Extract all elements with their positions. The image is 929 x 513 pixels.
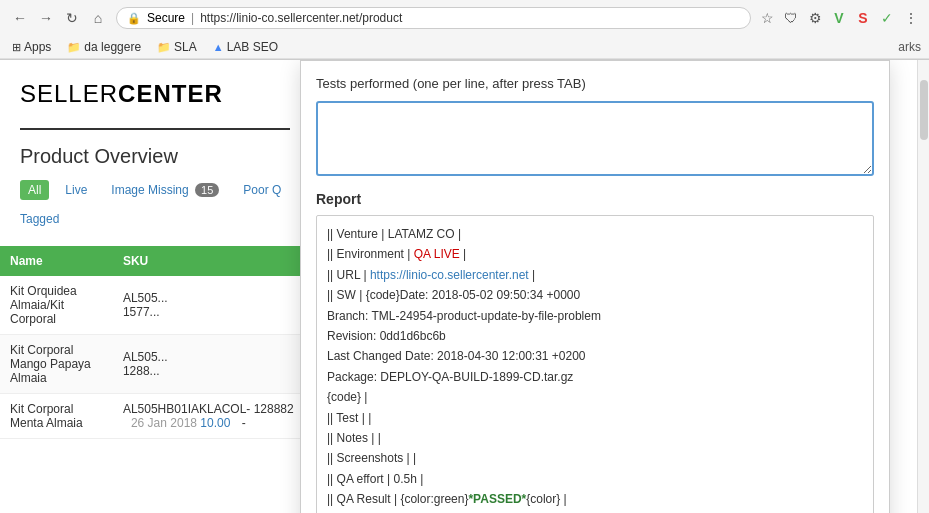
page-title: Product Overview (20, 145, 290, 168)
report-line-9: || Test | | (327, 408, 863, 428)
filter-poor-q[interactable]: Poor Q (235, 180, 289, 200)
apps-grid-icon: ⊞ (12, 41, 21, 54)
report-line-10: || Notes | | (327, 428, 863, 448)
env-value: QA LIVE (414, 247, 460, 261)
report-line-11: || Screenshots | | (327, 448, 863, 468)
product-sku-3: AL505HB01IAKLACOL- 128882 26 Jan 2018 10… (113, 394, 310, 439)
star-icon[interactable]: ☆ (757, 8, 777, 28)
menu-icon[interactable]: ⋮ (901, 8, 921, 28)
nav-buttons: ← → ↻ ⌂ (8, 6, 110, 30)
report-line-13: || QA Result | {color:green}*PASSED*{col… (327, 489, 863, 509)
browser-toolbar: ← → ↻ ⌂ 🔒 Secure | https://linio-co.sell… (0, 0, 929, 36)
dash-text: - (242, 416, 246, 430)
check-icon[interactable]: ✓ (877, 8, 897, 28)
table-row: Kit Orquidea Almaia/Kit Corporal AL505..… (0, 276, 310, 335)
drive-icon: ▲ (213, 41, 224, 53)
bookmark-lab-seo-label: LAB SEO (227, 40, 278, 54)
refresh-button[interactable]: ↻ (60, 6, 84, 30)
page-content: SELLERCENTER Product Overview All Live I… (0, 60, 929, 513)
product-name-3: Kit Corporal Menta Almaia (0, 394, 113, 439)
product-name-2: Kit Corporal Mango Papaya Almaia (0, 335, 113, 394)
seller-ui: SELLERCENTER Product Overview All Live I… (0, 60, 310, 513)
secure-label: Secure (147, 11, 185, 25)
filter-live[interactable]: Live (57, 180, 95, 200)
product-table: Name SKU Kit Orquidea Almaia/Kit Corpora… (0, 246, 310, 439)
url-value: https://linio-co.sellercenter.net (370, 268, 529, 282)
bookmarks-overflow[interactable]: arks (898, 40, 921, 54)
table-header-row: Name SKU (0, 246, 310, 276)
table-row: Kit Corporal Mango Papaya Almaia AL505..… (0, 335, 310, 394)
filter-image-missing-label: Image Missing (111, 183, 188, 197)
scrollbar[interactable] (917, 60, 929, 513)
forward-button[interactable]: → (34, 6, 58, 30)
bookmark-sla-label: SLA (174, 40, 197, 54)
modal-overlay: Tests performed (one per line, after pre… (300, 60, 890, 513)
bookmark-apps-label: Apps (24, 40, 51, 54)
report-line-4: Branch: TML-24954-product-update-by-file… (327, 306, 863, 326)
shield-icon[interactable]: 🛡 (781, 8, 801, 28)
tests-textarea[interactable] (316, 101, 874, 176)
address-bar[interactable]: 🔒 Secure | https://linio-co.sellercenter… (116, 7, 751, 29)
bookmark-da-leggere-label: da leggere (84, 40, 141, 54)
logo-divider (20, 128, 290, 130)
filter-image-missing-badge: 15 (195, 183, 219, 197)
modal-tests-label: Tests performed (one per line, after pre… (316, 76, 874, 91)
report-line-2: || URL | https://linio-co.sellercenter.n… (327, 265, 863, 285)
extensions-icon[interactable]: ⚙ (805, 8, 825, 28)
bookmarks-bar: ⊞ Apps 📁 da leggere 📁 SLA ▲ LAB SEO arks (0, 36, 929, 59)
back-button[interactable]: ← (8, 6, 32, 30)
bookmark-sla[interactable]: 📁 SLA (153, 38, 201, 56)
price-link[interactable]: 10.00 (200, 416, 230, 430)
report-line-1: || Environment | QA LIVE | (327, 244, 863, 264)
home-button[interactable]: ⌂ (86, 6, 110, 30)
report-content: || Venture | LATAMZ CO | || Environment … (316, 215, 874, 513)
col-name: Name (0, 246, 113, 276)
qa-result-value: *PASSED* (468, 492, 526, 506)
toolbar-right: ☆ 🛡 ⚙ V S ✓ ⋮ (757, 8, 921, 28)
filter-tabs: All Live Image Missing 15 Poor Q (20, 180, 290, 200)
folder-icon-1: 📁 (67, 41, 81, 54)
bookmark-lab-seo[interactable]: ▲ LAB SEO (209, 38, 282, 56)
report-line-7: Package: DEPLOY-QA-BUILD-1899-CD.tar.gz (327, 367, 863, 387)
product-sku-2: AL505...1288... (113, 335, 310, 394)
logo-bold: CENTER (118, 80, 223, 107)
filter-image-missing[interactable]: Image Missing 15 (103, 180, 227, 200)
filter-all[interactable]: All (20, 180, 49, 200)
report-line-3: || SW | {code}Date: 2018-05-02 09:50:34 … (327, 285, 863, 305)
folder-icon-2: 📁 (157, 41, 171, 54)
report-line-6: Last Changed Date: 2018-04-30 12:00:31 +… (327, 346, 863, 366)
url-text: https://linio-co.sellercenter.net/produc… (200, 11, 402, 25)
secure-icon: 🔒 (127, 12, 141, 25)
col-sku: SKU (113, 246, 310, 276)
date-text: 26 Jan 2018 (131, 416, 197, 430)
table-row: Kit Corporal Menta Almaia AL505HB01IAKLA… (0, 394, 310, 439)
report-line-0: || Venture | LATAMZ CO | (327, 224, 863, 244)
bookmark-da-leggere[interactable]: 📁 da leggere (63, 38, 145, 56)
seller-logo: SELLERCENTER (20, 80, 290, 108)
report-line-8: {code} | (327, 387, 863, 407)
product-sku-1: AL505...1577... (113, 276, 310, 335)
browser-chrome: ← → ↻ ⌂ 🔒 Secure | https://linio-co.sell… (0, 0, 929, 60)
sku-text: AL505HB01IAKLACOL- 128882 (123, 402, 294, 416)
report-label: Report (316, 191, 874, 207)
seller-header: SELLERCENTER Product Overview All Live I… (0, 60, 310, 246)
report-line-5: Revision: 0dd1d6bc6b (327, 326, 863, 346)
product-name-1: Kit Orquidea Almaia/Kit Corporal (0, 276, 113, 335)
logo-light: SELLER (20, 80, 118, 107)
bookmark-apps[interactable]: ⊞ Apps (8, 38, 55, 56)
brand-icon-s[interactable]: S (853, 8, 873, 28)
filter-tagged[interactable]: Tagged (20, 212, 290, 226)
scrollbar-thumb[interactable] (920, 80, 928, 140)
report-line-12: || QA effort | 0.5h | (327, 469, 863, 489)
brand-icon-v[interactable]: V (829, 8, 849, 28)
